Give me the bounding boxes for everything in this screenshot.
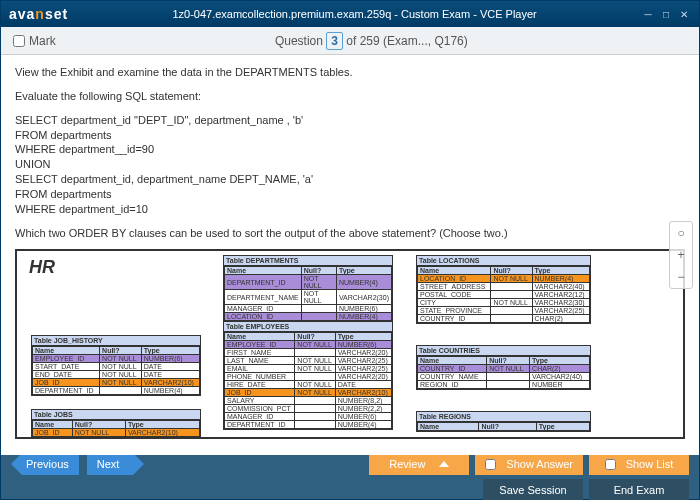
zoom-in-icon[interactable]: +: [672, 246, 690, 264]
app-window: avanset 1z0-047.examcollection.premium.e…: [0, 0, 700, 500]
q-line: WHERE department__id=90: [15, 142, 685, 157]
table-countries: Table COUNTRIES NameNull?Type COUNTRY_ID…: [416, 345, 591, 390]
table-caption: Table REGIONS: [417, 412, 590, 422]
save-session-button[interactable]: Save Session: [483, 479, 583, 500]
q-line: Evaluate the following SQL statement:: [15, 89, 685, 104]
table-locations: Table LOCATIONS NameNull?Type LOCATION_I…: [416, 255, 591, 324]
q-line: SELECT department_id, department_name DE…: [15, 172, 685, 187]
q-line: FROM departments: [15, 128, 685, 143]
close-icon[interactable]: ✕: [677, 7, 691, 21]
mark-input[interactable]: [13, 35, 25, 47]
table-caption: Table EMPLOYEES: [224, 322, 392, 332]
q-line: Which two ORDER BY clauses can be used t…: [15, 226, 685, 241]
question-info: Question 3 of 259 (Exam..., Q176): [56, 34, 687, 48]
table-caption: Table JOBS: [32, 410, 200, 420]
table-job-history: Table JOB_HISTORY NameNull?Type EMPLOYEE…: [31, 335, 201, 396]
table-jobs: Table JOBS NameNull?Type JOB_IDNOT NULLV…: [31, 409, 201, 438]
next-button[interactable]: Next: [87, 453, 145, 475]
window-title: 1z0-047.examcollection.premium.exam.259q…: [68, 8, 641, 20]
table-regions: Table REGIONS NameNull?Type: [416, 411, 591, 432]
q-line: FROM departments: [15, 187, 685, 202]
q-line: WHERE department_id=10: [15, 202, 685, 217]
review-button[interactable]: Review: [369, 453, 469, 475]
maximize-icon[interactable]: □: [659, 7, 673, 21]
question-of: of 259 (Exam..., Q176): [346, 34, 467, 48]
zoom-out-icon[interactable]: −: [672, 268, 690, 286]
mark-label: Mark: [29, 34, 56, 48]
table-employees: Table EMPLOYEES NameNull?Type EMPLOYEE_I…: [223, 321, 393, 430]
table-caption: Table LOCATIONS: [417, 256, 590, 266]
zoom-controls: ○ + −: [669, 221, 693, 289]
end-exam-button[interactable]: End Exam: [589, 479, 689, 500]
table-caption: Table DEPARTMENTS: [224, 256, 392, 266]
show-list-button[interactable]: Show List: [589, 453, 689, 475]
zoom-reset-icon[interactable]: ○: [672, 224, 690, 242]
table-departments: Table DEPARTMENTS NameNull?Type DEPARTME…: [223, 255, 393, 322]
exhibit-diagram: HR Table DEPARTMENTS NameNull?Type DEPAR…: [15, 249, 685, 439]
prev-button[interactable]: Previous: [11, 453, 79, 475]
q-line: UNION: [15, 157, 685, 172]
table-caption: Table COUNTRIES: [417, 346, 590, 356]
show-answer-button[interactable]: Show Answer: [475, 453, 583, 475]
hr-label: HR: [29, 257, 55, 278]
table-caption: Table JOB_HISTORY: [32, 336, 200, 346]
show-list-checkbox[interactable]: [605, 459, 616, 470]
logo: avanset: [9, 6, 68, 22]
mark-checkbox[interactable]: Mark: [13, 34, 56, 48]
footer: Previous Next Review Show Answer Show Li…: [1, 455, 699, 499]
content-area: View the Exhibit and examine the data in…: [1, 55, 699, 455]
question-label: Question: [275, 34, 323, 48]
minimize-icon[interactable]: ─: [641, 7, 655, 21]
toolbar: Mark Question 3 of 259 (Exam..., Q176): [1, 27, 699, 55]
question-number: 3: [326, 32, 343, 50]
show-answer-checkbox[interactable]: [485, 459, 496, 470]
window-controls: ─ □ ✕: [641, 7, 691, 21]
q-line: View the Exhibit and examine the data in…: [15, 65, 685, 80]
titlebar: avanset 1z0-047.examcollection.premium.e…: [1, 1, 699, 27]
chevron-up-icon: [439, 461, 449, 467]
q-line: SELECT department_id "DEPT_ID", departme…: [15, 113, 685, 128]
question-text: View the Exhibit and examine the data in…: [15, 65, 685, 240]
